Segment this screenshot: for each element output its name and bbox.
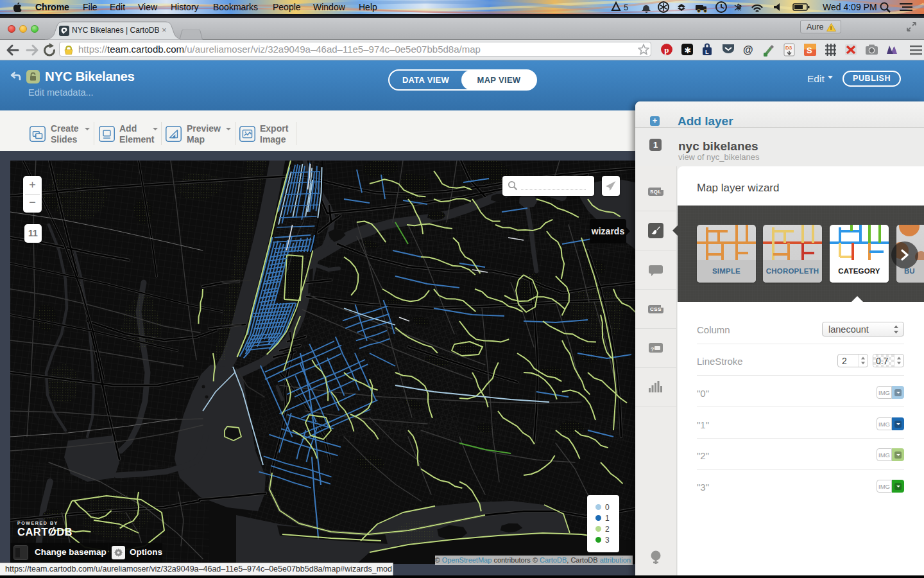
svg-text:@: @ xyxy=(743,44,753,55)
svg-text:D3: D3 xyxy=(785,45,792,51)
svg-text:✱: ✱ xyxy=(685,46,692,55)
svg-text:?: ? xyxy=(651,346,654,353)
svg-text:!: ! xyxy=(830,25,832,31)
svg-text:p: p xyxy=(664,45,669,55)
svg-text:L: L xyxy=(705,49,709,55)
svg-text:5: 5 xyxy=(624,3,628,12)
svg-text:Wed 4:09 PM: Wed 4:09 PM xyxy=(823,2,877,12)
svg-text:S: S xyxy=(807,46,812,55)
